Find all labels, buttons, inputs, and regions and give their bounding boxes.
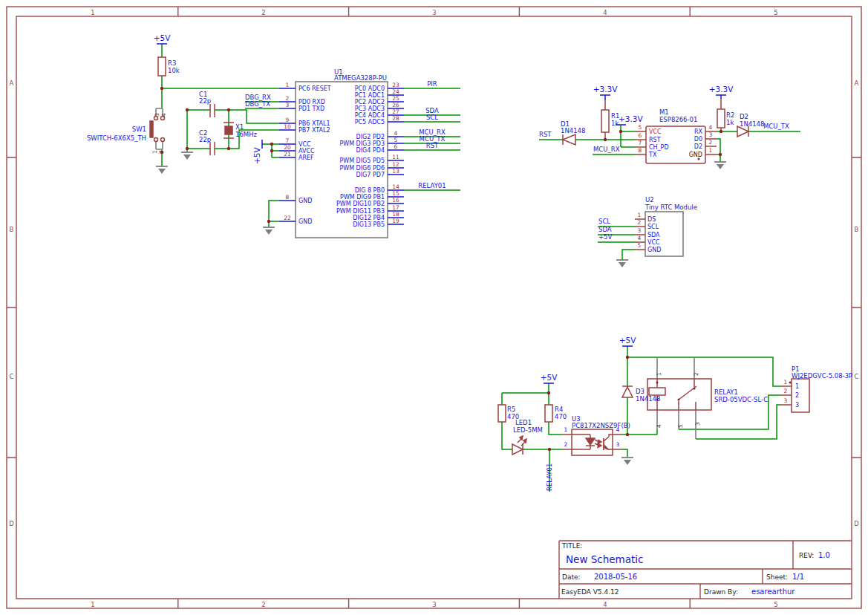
m1-pin-name: D0 [694, 136, 702, 143]
m1-pin-name: VCC [649, 128, 662, 135]
m1-pin-number: 6 [639, 132, 642, 139]
frame-col-label-3-top: 3 [432, 9, 436, 16]
u1-pin-number: 11 [392, 154, 399, 160]
u1-net-label: RELAY01 [418, 182, 446, 189]
u1-pin-name: PC4 ADC4 [355, 112, 385, 119]
r3-body[interactable] [158, 57, 166, 76]
sw1-actuator[interactable] [150, 121, 153, 137]
m1-ref: M1 [659, 108, 669, 116]
relay1-coil [649, 388, 665, 395]
relay1-pin-number: 2 [693, 372, 699, 376]
u1-pin-number: 9 [286, 117, 290, 123]
r5-body[interactable] [498, 405, 506, 422]
r2-body[interactable] [717, 109, 725, 128]
u1-pin-number: 4 [394, 130, 398, 137]
frame-row-label-left: D [9, 520, 14, 527]
junction-dot [186, 108, 189, 111]
x1-value: 16MHz [235, 131, 258, 138]
relay1-value: SRD-05VDC-SL-C [714, 396, 768, 403]
net-label-p5v-u2: +5V [598, 233, 613, 241]
frame-col-label-5-top: 5 [774, 9, 777, 16]
r4-body[interactable] [545, 405, 552, 422]
m1-pin-name: CH_PD [649, 144, 669, 151]
p1-body[interactable] [792, 379, 809, 412]
frame-col-label-3-bottom: 3 [432, 601, 436, 608]
u1-pin-name: DIG2 PD2 [356, 134, 385, 140]
d3-value: 1N4148 [636, 395, 660, 403]
m1-pin-name: D2 [694, 143, 702, 150]
p3v3-flag-esp: +3.3V [619, 114, 643, 123]
relay1-ref: RELAY1 [714, 388, 738, 396]
frame-col-label-4-top: 4 [603, 9, 607, 16]
u1-pin-name: PB7 XTAL2 [298, 127, 330, 134]
u1-pin-name: DIG12 PB4 [353, 215, 385, 221]
u1-pin-name: VCC [298, 141, 311, 148]
m1-pin-number: 7 [639, 140, 642, 146]
u1-pin-number: 14 [392, 183, 399, 190]
u1-pin-name: PC1 ADC1 [355, 92, 385, 99]
junction-dot [227, 108, 230, 111]
sw1-pin-number: 4 [160, 113, 167, 117]
date-label: Date: [562, 573, 581, 581]
u1-pin-number: 18 [392, 211, 399, 218]
u1-pin-name: DIG 8 PB0 [355, 187, 385, 194]
u1-net-label: SCL [426, 114, 438, 121]
net-label-relay01-vertical: RELAY01 [546, 463, 553, 491]
p5v-flag-relay: +5V [619, 336, 636, 345]
p1-pin-name: 1 [795, 383, 799, 390]
frame-col-label-1-top: 1 [91, 9, 94, 16]
u1-pin-number: 12 [392, 161, 399, 168]
sw1-ref: SW1 [132, 126, 146, 133]
sw1-contact-2 [161, 138, 165, 142]
x1-body[interactable] [225, 126, 232, 134]
junction-dot [547, 391, 550, 394]
u1-pin-name: PC5 ADC5 [355, 119, 385, 126]
p5v-flag-vcc: +5V [252, 147, 261, 164]
r1-ref: R1 [611, 112, 619, 120]
u2-value: Tiny RTC Module [645, 204, 697, 211]
sw1-contact-1 [154, 138, 158, 142]
schematic-canvas: 1122334455AABBCCDDTITLE:New SchematicREV… [0, 0, 868, 615]
r4-ref: R4 [555, 406, 563, 413]
junction-dot [619, 130, 622, 133]
u3-pin-number: 2 [564, 441, 568, 448]
net-label-sda-u2: SDA [598, 226, 612, 233]
relay1-pin-number: 4 [656, 424, 662, 428]
u1-pin-name: PC2 ADC2 [355, 99, 385, 105]
relay1-pin-number: 1 [656, 372, 662, 376]
m1-pin-name: RST [649, 137, 661, 143]
sheet-value: 1/1 [792, 573, 804, 581]
u1-pin-name: PD0 RXD [298, 99, 325, 105]
p1-pin-number: 3 [784, 397, 788, 404]
sw1-pin-number: 3 [154, 113, 160, 117]
u1-pin-name: GND [298, 198, 312, 204]
u2-pin-number: 2 [638, 219, 642, 226]
junction-dot [719, 130, 722, 133]
junction-dot [270, 143, 273, 146]
r3-value: 10k [168, 67, 180, 74]
c2-value: 22p [199, 136, 211, 143]
x1-ref: X1 [235, 123, 244, 131]
u1-pin-number: 7 [286, 137, 290, 144]
r1-body[interactable] [601, 110, 609, 132]
junction-dot [719, 153, 722, 156]
p1-pin-number: 2 [784, 388, 788, 394]
rev-label: REV: [799, 552, 814, 559]
m1-pin-number: 4 [709, 124, 713, 131]
net-label-mcu-rx: MCU_RX [593, 146, 620, 153]
junction-dot [160, 87, 163, 90]
frame-row-label-right: C [855, 373, 859, 380]
u1-pin-number: 5 [394, 137, 398, 143]
relay1-pin-number: 5 [677, 424, 684, 428]
p1-value: WJ2EDGVC-5.08-3P [792, 372, 852, 380]
u1-pin-name: GND [298, 218, 312, 225]
u2-pin-number: 5 [638, 242, 642, 249]
p1-pin-number: 1 [784, 379, 788, 385]
connection-dot [789, 382, 792, 384]
sw1-value: SWITCH-6X6X5_TH [87, 134, 146, 142]
sw1-pin-number: 1 [151, 150, 158, 154]
u1-pin-number: 20 [284, 144, 291, 151]
title-label: TITLE: [561, 542, 582, 550]
u2-pin-name: DS [647, 216, 656, 223]
u2-pin-number: 1 [638, 212, 642, 218]
